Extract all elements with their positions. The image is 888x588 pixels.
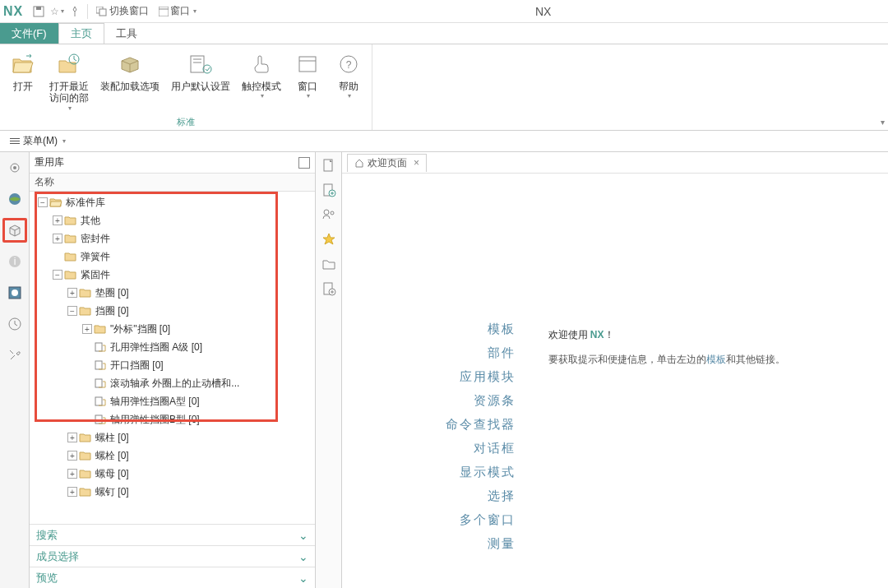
expand-icon[interactable]: + (67, 288, 77, 298)
tree-row[interactable]: 轴用弹性挡圈B型 [0] (30, 410, 315, 428)
star-icon[interactable]: ☆▾ (48, 2, 66, 21)
res-add-icon[interactable] (319, 180, 339, 200)
welcome-nav-link[interactable]: 选择 (488, 488, 516, 504)
pin-icon[interactable] (66, 2, 84, 21)
tree-label: 滚动轴承 外圈上的止动槽和... (110, 377, 239, 391)
touch-mode-button[interactable]: 触控模式 ▾ (237, 49, 286, 114)
rail-history-icon[interactable] (2, 312, 27, 336)
folder-icon (79, 305, 92, 317)
tree-row[interactable]: +垫圈 [0] (30, 284, 315, 302)
folder-icon (79, 450, 92, 461)
rail-info-icon[interactable]: i (2, 249, 27, 274)
tree-row[interactable]: 开口挡圈 [0] (30, 356, 315, 374)
member-section[interactable]: 成员选择 ⌄ (30, 545, 315, 567)
column-header-name[interactable]: 名称 (30, 174, 315, 192)
dropdown-icon: ▾ (68, 104, 72, 112)
welcome-nav-link[interactable]: 部件 (488, 345, 516, 361)
preview-section[interactable]: 预览 ⌄ (30, 567, 315, 588)
res-people-icon[interactable] (319, 205, 339, 225)
welcome-area: 欢迎页面 × 模板部件应用模块资源条命令查找器对话框显示模式选择多个窗口测量 欢… (342, 152, 888, 588)
collapse-icon[interactable]: − (53, 270, 62, 280)
tree-spacer (82, 414, 92, 424)
welcome-nav-link[interactable]: 模板 (488, 322, 516, 337)
tree-row[interactable]: 轴用弹性挡圈A型 [0] (30, 392, 315, 410)
expand-icon[interactable]: + (53, 215, 62, 225)
tree-row[interactable]: −挡圈 [0] (30, 302, 315, 320)
folder-icon (79, 486, 92, 498)
expand-icon[interactable]: + (53, 234, 62, 243)
rail-reuse-library-icon[interactable] (2, 218, 27, 243)
welcome-nav-link[interactable]: 应用模块 (460, 369, 516, 385)
welcome-nav-link[interactable]: 显示模式 (460, 465, 516, 480)
chevron-down-icon: ⌄ (298, 550, 308, 563)
tree-row[interactable]: +螺柱 [0] (30, 428, 315, 447)
window-ribbon-button[interactable]: 窗口 ▾ (288, 49, 327, 114)
menu-button[interactable]: 菜单(M) ▾ (5, 132, 71, 150)
tab-tools[interactable]: 工具 (104, 23, 149, 44)
tree-row[interactable]: 滚动轴承 外圈上的止动槽和... (30, 374, 315, 392)
open-icon (10, 51, 36, 77)
res-doc-plus-icon[interactable] (319, 279, 339, 299)
welcome-nav-link[interactable]: 测量 (488, 536, 516, 552)
rail-globe-icon[interactable] (2, 187, 27, 211)
tab-home[interactable]: 主页 (58, 23, 104, 44)
rail-gear-icon[interactable] (2, 155, 27, 180)
welcome-nav-link[interactable]: 命令查找器 (446, 417, 516, 433)
tree-row[interactable]: +螺母 [0] (30, 465, 315, 483)
folder-icon (79, 468, 92, 479)
open-button[interactable]: 打开 (3, 49, 43, 114)
res-folder-icon[interactable] (319, 254, 339, 274)
ribbon-collapse-icon[interactable]: ▾ (881, 118, 885, 127)
tree-row[interactable]: +其他 (30, 211, 315, 229)
tree-spacer (82, 360, 92, 370)
folder-icon (64, 215, 77, 226)
expand-icon[interactable]: + (67, 451, 77, 461)
svg-rect-25 (95, 379, 102, 387)
tree-label: 弹簧件 (81, 250, 110, 264)
expand-icon[interactable]: + (67, 433, 77, 442)
folder-icon (64, 233, 77, 244)
collapse-icon[interactable]: − (38, 197, 48, 207)
tab-file[interactable]: 文件(F) (0, 23, 58, 44)
welcome-tab[interactable]: 欢迎页面 × (347, 154, 427, 172)
res-new-icon[interactable] (319, 155, 339, 175)
help-button[interactable]: ? 帮助 ▾ (329, 49, 368, 114)
welcome-nav-link[interactable]: 资源条 (474, 393, 516, 409)
expand-icon[interactable]: + (82, 324, 92, 334)
tree-row[interactable]: +"外标"挡圈 [0] (30, 320, 315, 338)
welcome-nav-link[interactable]: 对话框 (474, 441, 516, 456)
rail-tools-icon[interactable] (2, 343, 27, 368)
touch-icon (248, 51, 275, 77)
folder-icon (79, 432, 92, 443)
item-icon (94, 414, 107, 425)
res-star-icon[interactable] (319, 229, 339, 249)
rail-browser-icon[interactable] (2, 280, 27, 305)
save-icon[interactable] (30, 2, 48, 21)
window-icon (294, 51, 321, 77)
open-recent-button[interactable]: 打开最近 访问的部 ▾ (44, 49, 94, 114)
search-section[interactable]: 搜索 ⌄ (30, 524, 315, 545)
tree-row[interactable]: 弹簧件 (30, 248, 315, 266)
reuse-library-panel: 重用库 名称 −标准件库+其他+密封件弹簧件−紧固件+垫圈 [0]−挡圈 [0]… (30, 152, 316, 588)
welcome-nav-link[interactable]: 多个窗口 (460, 512, 516, 528)
tree-view[interactable]: −标准件库+其他+密封件弹簧件−紧固件+垫圈 [0]−挡圈 [0]+"外标"挡圈… (30, 192, 315, 524)
assembly-load-button[interactable]: 装配加载选项 (95, 49, 164, 114)
collapse-icon[interactable]: − (67, 306, 77, 316)
window-button[interactable]: 窗口▾ (154, 2, 201, 21)
tree-row[interactable]: 孔用弹性挡圈 A级 [0] (30, 338, 315, 356)
tree-row[interactable]: −紧固件 (30, 266, 315, 284)
tree-row[interactable]: −标准件库 (30, 193, 315, 211)
svg-rect-3 (99, 9, 106, 16)
tree-label: 开口挡圈 [0] (110, 359, 164, 373)
tree-row[interactable]: +螺钉 [0] (30, 483, 315, 501)
expand-icon[interactable]: + (67, 469, 77, 479)
switch-window-button[interactable]: 切换窗口 (91, 2, 154, 21)
user-defaults-button[interactable]: 用户默认设置 (166, 49, 235, 114)
tree-row[interactable]: +螺栓 [0] (30, 447, 315, 465)
maximize-icon[interactable] (298, 157, 310, 169)
close-icon[interactable]: × (414, 157, 419, 169)
dropdown-icon: ▾ (348, 92, 351, 100)
welcome-body: 模板部件应用模块资源条命令查找器对话框显示模式选择多个窗口测量 欢迎使用 NX！… (342, 174, 888, 588)
tree-row[interactable]: +密封件 (30, 229, 315, 248)
expand-icon[interactable]: + (67, 487, 77, 497)
